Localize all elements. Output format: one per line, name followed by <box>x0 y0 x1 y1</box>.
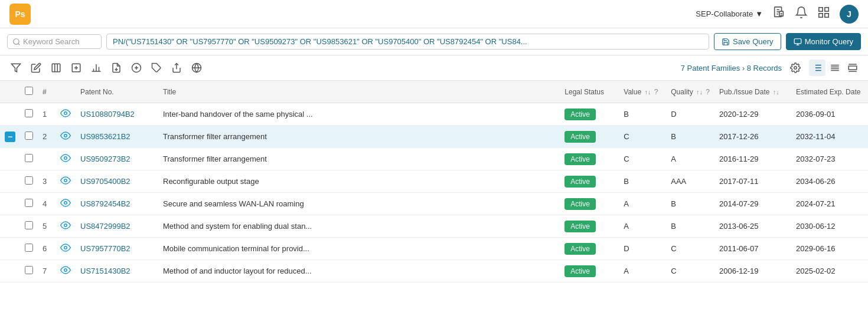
col-num-header: # <box>38 81 56 103</box>
workspace-name: SEP-Collaborate <box>696 9 753 18</box>
quality-cell: C <box>666 260 714 282</box>
svg-marker-16 <box>12 64 21 72</box>
table-row: 3US9705400B2Reconfigurable output stageA… <box>0 170 868 193</box>
exp-date-cell: 2029-06-16 <box>791 238 868 260</box>
view-expand-button[interactable] <box>844 60 861 76</box>
col-pub-header[interactable]: Pub./Issue Date ↑↓ <box>714 81 791 103</box>
bell-icon[interactable] <box>795 6 808 22</box>
svg-point-54 <box>64 246 67 249</box>
table-body: 1US10880794B2Inter-band handover of the … <box>0 103 868 282</box>
columns-button[interactable] <box>47 59 65 77</box>
col-patent-header: Patent No. <box>76 81 158 103</box>
svg-point-55 <box>64 269 67 272</box>
view-compact-button[interactable] <box>827 60 843 76</box>
expand-row-button[interactable]: − <box>5 132 15 142</box>
col-value-header[interactable]: Value ↑↓ ? <box>619 81 666 103</box>
exp-date-cell: 2025-02-02 <box>791 260 868 282</box>
status-badge: Active <box>564 153 596 165</box>
pub-date-cell: 2014-07-29 <box>714 193 791 215</box>
table-row: 4US8792454B2Secure and seamless WAN-LAN … <box>0 193 868 215</box>
value-cell: C <box>619 148 666 170</box>
patent-number-link[interactable]: US8792454B2 <box>80 199 130 208</box>
status-badge: Active <box>564 243 596 255</box>
svg-rect-9 <box>819 14 823 17</box>
preview-icon[interactable] <box>60 265 71 275</box>
value-help-icon[interactable]: ? <box>654 88 658 96</box>
svg-point-48 <box>64 112 67 115</box>
share-button[interactable] <box>168 59 185 77</box>
row-checkbox[interactable] <box>25 266 33 274</box>
record-count: 8 Records <box>747 64 782 73</box>
value-cell: D <box>619 238 666 260</box>
user-avatar[interactable]: J <box>840 5 859 24</box>
grid-icon[interactable] <box>817 6 830 22</box>
monitor-query-button[interactable]: Monitor Query <box>786 33 861 50</box>
preview-icon[interactable] <box>60 175 71 186</box>
row-checkbox[interactable] <box>25 176 33 185</box>
preview-icon[interactable] <box>60 198 71 208</box>
preview-icon[interactable] <box>60 130 71 141</box>
quality-cell: B <box>666 215 714 238</box>
patent-number-link[interactable]: US9705400B2 <box>80 177 130 186</box>
keyword-search-box[interactable]: Keyword Search <box>7 34 102 49</box>
select-all-checkbox[interactable] <box>25 87 33 95</box>
results-table: # Patent No. Title Legal Status Value ↑↓… <box>0 81 868 282</box>
patent-number-link[interactable]: US10880794B2 <box>80 110 135 119</box>
filter-button[interactable] <box>7 59 25 77</box>
search-icon <box>12 38 21 46</box>
value-cell: A <box>619 215 666 238</box>
patent-number-link[interactable]: US7151430B2 <box>80 267 130 275</box>
svg-point-51 <box>64 179 67 182</box>
preview-icon[interactable] <box>60 220 71 231</box>
table-row: −2US9853621B2Transformer filter arrangem… <box>0 126 868 148</box>
monitor-icon <box>794 38 802 46</box>
table-row: 7US7151430B2Method of and inductor layou… <box>0 260 868 282</box>
patent-title: Inter-band handover of the same physical… <box>158 103 560 126</box>
pub-date-cell: 2017-07-11 <box>714 170 791 193</box>
value-cell: C <box>619 126 666 148</box>
patent-number-link[interactable]: US9509273B2 <box>80 155 130 163</box>
exp-date-cell: 2032-11-04 <box>791 126 868 148</box>
pub-sort-icon: ↑↓ <box>773 88 779 96</box>
add-button[interactable] <box>128 59 145 77</box>
col-check <box>20 81 38 103</box>
query-input[interactable] <box>106 34 709 50</box>
chart-button[interactable] <box>87 59 105 77</box>
app-logo[interactable]: Ps <box>9 4 31 25</box>
view-list-button[interactable] <box>809 60 825 76</box>
row-checkbox[interactable] <box>25 199 33 207</box>
pub-date-cell: 2016-11-29 <box>714 148 791 170</box>
edit-button[interactable] <box>27 59 45 77</box>
patent-title: Method and system for enabling dual stan… <box>158 215 560 238</box>
tag-button[interactable] <box>148 59 165 77</box>
preview-icon[interactable] <box>60 153 71 163</box>
svg-point-34 <box>794 67 797 70</box>
avatar-initial: J <box>847 9 851 19</box>
document-icon[interactable] <box>772 6 785 22</box>
row-checkbox[interactable] <box>25 244 33 252</box>
row-checkbox[interactable] <box>25 154 33 162</box>
analyze-button[interactable] <box>188 59 205 77</box>
status-badge: Active <box>564 131 596 143</box>
export-button[interactable] <box>107 59 125 77</box>
patent-number-link[interactable]: US9853621B2 <box>80 132 130 141</box>
preview-icon[interactable] <box>60 242 71 253</box>
patent-number-link[interactable]: US7957770B2 <box>80 244 130 253</box>
preview-icon[interactable] <box>60 108 71 119</box>
workspace-selector[interactable]: SEP-Collaborate ▼ <box>696 9 763 18</box>
family-count: 7 Patent Families <box>681 64 740 73</box>
svg-point-11 <box>14 38 19 44</box>
patent-number-link[interactable]: US8472999B2 <box>80 222 130 231</box>
row-checkbox[interactable] <box>25 109 33 117</box>
svg-point-53 <box>64 224 67 227</box>
svg-rect-13 <box>794 38 801 43</box>
quality-help-icon[interactable]: ? <box>706 88 710 96</box>
row-checkbox[interactable] <box>25 132 33 140</box>
settings-button[interactable] <box>787 59 804 77</box>
row-checkbox[interactable] <box>25 221 33 229</box>
add-list-button[interactable] <box>67 59 85 77</box>
col-quality-header[interactable]: Quality ↑↓ ? <box>666 81 714 103</box>
save-query-button[interactable]: Save Query <box>714 33 781 50</box>
svg-rect-8 <box>825 8 828 11</box>
exp-date-cell: 2036-09-01 <box>791 103 868 126</box>
